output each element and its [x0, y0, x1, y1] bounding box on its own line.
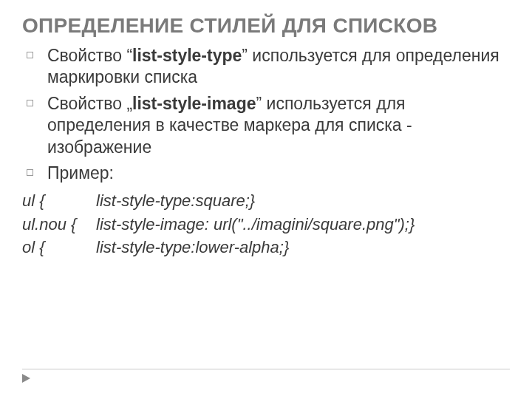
- slide-title: ОПРЕДЕЛЕНИЕ СТИЛЕЙ ДЛЯ СПИСКОВ: [22, 13, 510, 38]
- code-value: list-style-type:lower-alpha;}: [96, 236, 289, 259]
- bullet-list: Свойство “list-style-type” используется …: [22, 45, 510, 185]
- square-bullet-icon: [27, 52, 33, 58]
- bullet-text-bold: list-style-type: [132, 46, 242, 65]
- triangle-right-icon: [22, 374, 30, 383]
- bullet-text: Пример:: [47, 163, 114, 183]
- list-item: Пример:: [22, 163, 510, 184]
- list-item: Свойство „list-style-image” используется…: [22, 93, 510, 158]
- code-selector: ul {: [22, 189, 96, 213]
- bullet-text-prefix: Свойство „: [47, 94, 132, 113]
- code-value: list-style-type:square;}: [96, 189, 255, 213]
- code-example: ul { list-style-type:square;} ul.nou { l…: [22, 189, 510, 260]
- code-line: ol { list-style-type:lower-alpha;}: [22, 236, 510, 259]
- code-line: ul { list-style-type:square;}: [22, 189, 510, 213]
- bullet-text-bold: list-style-image: [132, 94, 256, 113]
- code-line: ul.nou { list-style-image: url("../imagi…: [22, 213, 510, 236]
- square-bullet-icon: [27, 169, 33, 176]
- code-value: list-style-image: url("../imagini/square…: [96, 213, 415, 236]
- slide: ОПРЕДЕЛЕНИЕ СТИЛЕЙ ДЛЯ СПИСКОВ Свойство …: [0, 0, 532, 399]
- bullet-text-prefix: Свойство “: [47, 46, 132, 65]
- square-bullet-icon: [27, 100, 33, 106]
- footer-divider: [22, 369, 510, 369]
- code-selector: ol {: [22, 236, 96, 259]
- code-selector: ul.nou {: [22, 213, 96, 236]
- list-item: Свойство “list-style-type” используется …: [22, 45, 510, 89]
- slide-footer: [22, 369, 510, 383]
